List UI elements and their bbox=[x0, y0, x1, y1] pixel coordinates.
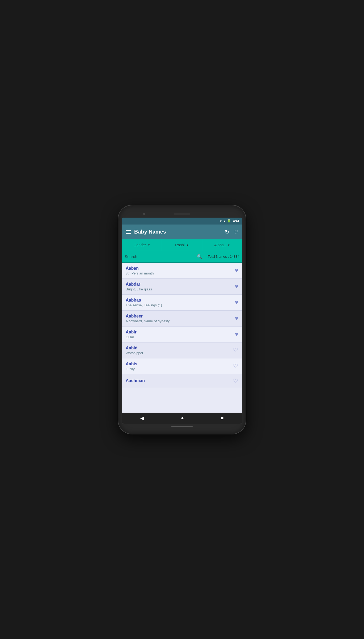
favorite-button[interactable]: ♡ bbox=[233, 378, 238, 384]
name-info: Aaban8th Persian month bbox=[126, 266, 233, 275]
name-info: Aachman bbox=[126, 378, 231, 384]
name-title: Aaban bbox=[126, 266, 233, 271]
app-title: Baby Names bbox=[134, 229, 222, 235]
search-bar: Search 🔍 Total Names : 14334 bbox=[122, 251, 242, 263]
name-info: AabisLucky bbox=[126, 362, 231, 371]
battery-icon: 🔋 bbox=[227, 219, 231, 223]
gender-filter[interactable]: Gender ▼ bbox=[122, 239, 162, 251]
favorites-button[interactable]: ♡ bbox=[234, 229, 238, 235]
name-info: AabheerA cowherd, Name of dynasty bbox=[126, 314, 233, 323]
phone-shell: ▼ ▲ 🔋 4:41 Baby Names ↻ ♡ Gender ▼ bbox=[118, 205, 246, 434]
name-info: AabidWorshipper bbox=[126, 346, 231, 355]
name-title: Aabir bbox=[126, 330, 233, 335]
favorite-button[interactable]: ♥ bbox=[235, 315, 238, 322]
list-item[interactable]: AabirGulal♥ bbox=[122, 327, 242, 342]
name-title: Aabis bbox=[126, 362, 231, 366]
app-bar-actions: ↻ ♡ bbox=[225, 229, 238, 235]
rashi-filter-label: Rashi bbox=[175, 243, 185, 247]
list-item[interactable]: Aachman♡ bbox=[122, 374, 242, 388]
name-meaning: 8th Persian month bbox=[126, 271, 233, 275]
total-names-display: Total Names : 14334 bbox=[205, 251, 242, 262]
favorite-button[interactable]: ♥ bbox=[235, 267, 238, 274]
name-title: Aachman bbox=[126, 378, 231, 383]
status-icons: ▼ ▲ 🔋 4:41 bbox=[219, 219, 239, 223]
camera bbox=[143, 213, 145, 215]
list-item[interactable]: AabidWorshipper♡ bbox=[122, 342, 242, 358]
name-title: Aabhas bbox=[126, 298, 233, 303]
phone-screen: ▼ ▲ 🔋 4:41 Baby Names ↻ ♡ Gender ▼ bbox=[122, 218, 242, 424]
back-button[interactable]: ◀ bbox=[140, 415, 144, 421]
favorite-button[interactable]: ♡ bbox=[233, 363, 238, 370]
name-meaning: Bright, Like glass bbox=[126, 287, 233, 291]
name-title: Aabdar bbox=[126, 282, 233, 287]
search-icon: 🔍 bbox=[197, 254, 202, 259]
search-placeholder: Search bbox=[125, 254, 195, 259]
list-item[interactable]: Aaban8th Persian month♥ bbox=[122, 263, 242, 279]
favorite-button[interactable]: ♥ bbox=[235, 331, 238, 338]
name-title: Aabheer bbox=[126, 314, 233, 319]
list-item[interactable]: AabhasThe sense, Feelings (1)♥ bbox=[122, 295, 242, 311]
favorite-button[interactable]: ♥ bbox=[235, 283, 238, 290]
app-bar: Baby Names ↻ ♡ bbox=[122, 225, 242, 239]
list-item[interactable]: AabisLucky♡ bbox=[122, 358, 242, 374]
alpha-filter[interactable]: Alpha.. ▼ bbox=[202, 239, 242, 251]
favorite-button[interactable]: ♥ bbox=[235, 299, 238, 306]
list-item[interactable]: AabdarBright, Like glass♥ bbox=[122, 279, 242, 295]
alpha-dropdown-arrow: ▼ bbox=[227, 244, 230, 247]
name-meaning: Gulal bbox=[126, 335, 233, 339]
recents-button[interactable]: ■ bbox=[221, 415, 224, 421]
refresh-button[interactable]: ↻ bbox=[225, 229, 229, 235]
name-meaning: A cowherd, Name of dynasty bbox=[126, 319, 233, 323]
home-button[interactable]: ● bbox=[181, 415, 184, 421]
bottom-nav: ◀ ● ■ bbox=[122, 413, 242, 424]
total-names-text: Total Names : 14334 bbox=[208, 255, 239, 259]
alpha-filter-label: Alpha.. bbox=[214, 243, 226, 247]
status-bar: ▼ ▲ 🔋 4:41 bbox=[122, 218, 242, 225]
list-item[interactable]: AabheerA cowherd, Name of dynasty♥ bbox=[122, 311, 242, 327]
name-title: Aabid bbox=[126, 346, 231, 350]
name-info: AabhasThe sense, Feelings (1) bbox=[126, 298, 233, 307]
name-meaning: The sense, Feelings (1) bbox=[126, 303, 233, 307]
speaker bbox=[174, 213, 190, 215]
phone-top-bar bbox=[122, 210, 242, 218]
gender-dropdown-arrow: ▼ bbox=[147, 244, 150, 247]
names-list: Aaban8th Persian month♥AabdarBright, Lik… bbox=[122, 263, 242, 413]
name-info: AabdarBright, Like glass bbox=[126, 282, 233, 291]
name-info: AabirGulal bbox=[126, 330, 233, 339]
favorite-button[interactable]: ♡ bbox=[233, 347, 238, 354]
filter-bar: Gender ▼ Rashi ▼ Alpha.. ▼ bbox=[122, 239, 242, 251]
signal-icon: ▲ bbox=[223, 219, 226, 223]
rashi-dropdown-arrow: ▼ bbox=[186, 244, 189, 247]
search-input-wrap[interactable]: Search 🔍 bbox=[122, 251, 205, 262]
name-meaning: Worshipper bbox=[126, 351, 231, 355]
rashi-filter[interactable]: Rashi ▼ bbox=[162, 239, 202, 251]
home-indicator bbox=[171, 426, 193, 427]
name-meaning: Lucky bbox=[126, 367, 231, 371]
gender-filter-label: Gender bbox=[134, 243, 146, 247]
menu-button[interactable] bbox=[126, 230, 131, 234]
wifi-icon: ▼ bbox=[219, 219, 222, 223]
phone-bottom-bar bbox=[122, 424, 242, 429]
status-time: 4:41 bbox=[233, 219, 239, 223]
